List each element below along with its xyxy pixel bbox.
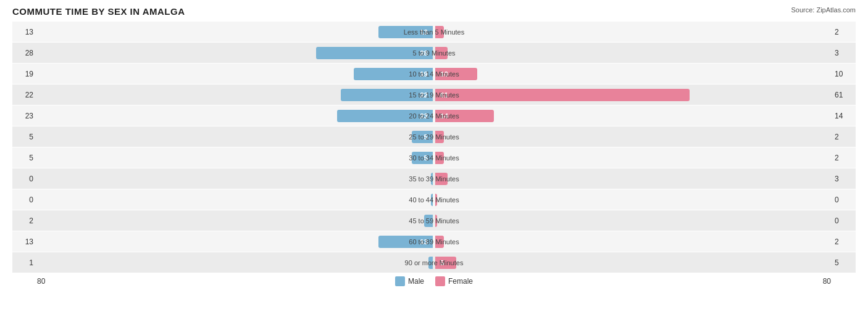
female-bar <box>435 173 448 185</box>
chart-title: COMMUTE TIME BY SEX IN AMALGA <box>12 6 185 17</box>
female-bar-val: 14 <box>437 112 448 120</box>
male-value-label: 22 <box>12 91 37 99</box>
bars-container: 5 25 to 29 Minutes <box>37 126 831 147</box>
female-bar-wrap <box>434 210 831 231</box>
axis-right-label: 80 <box>806 277 831 286</box>
female-bar <box>435 194 437 206</box>
legend-items: Male Female <box>395 276 473 286</box>
dual-bars: 45 to 59 Minutes <box>37 210 831 231</box>
female-bar: 5 <box>435 257 456 269</box>
female-bar-wrap <box>434 22 831 42</box>
male-bar-wrap: 13 <box>37 22 434 42</box>
female-value-label: 3 <box>831 175 856 183</box>
chart-area: 13 13 Less than 5 Minutes 2 28 <box>12 22 856 286</box>
female-bar <box>435 215 437 227</box>
male-bar: 19 <box>354 68 433 80</box>
female-bar <box>435 47 448 59</box>
female-bar-wrap <box>434 189 831 210</box>
female-bar-wrap <box>434 231 831 252</box>
bar-row: 0 35 to 39 Minutes 3 <box>12 168 856 189</box>
female-bar-wrap: 5 <box>434 252 831 273</box>
dual-bars: 90 or more Minutes 5 <box>37 252 831 273</box>
bars-container: 22 15 to 19 Minutes 61 <box>37 85 831 105</box>
male-bar-wrap: 22 <box>37 85 434 105</box>
dual-bars: 5 25 to 29 Minutes <box>37 126 831 147</box>
male-value-label: 0 <box>12 175 37 183</box>
male-bar-val: 13 <box>420 28 431 36</box>
male-bar-val: 19 <box>420 70 431 78</box>
male-value-label: 23 <box>12 112 37 120</box>
dual-bars: 13 Less than 5 Minutes <box>37 22 831 42</box>
male-value-label: 2 <box>12 217 37 225</box>
male-value-label: 13 <box>12 28 37 36</box>
female-bar <box>435 26 444 38</box>
male-bar-wrap: 5 <box>37 126 434 147</box>
male-bar-wrap: 5 <box>37 147 434 168</box>
male-value-label: 28 <box>12 49 37 57</box>
bar-row: 19 19 10 to 14 Minutes 10 10 <box>12 64 856 84</box>
female-bar <box>435 152 444 164</box>
male-bar <box>431 173 433 185</box>
dual-bars: 23 20 to 24 Minutes 14 <box>37 105 831 126</box>
bar-row: 1 90 or more Minutes 5 5 <box>12 252 856 273</box>
female-bar <box>435 236 444 248</box>
dual-bars: 19 10 to 14 Minutes 10 <box>37 64 831 84</box>
bar-row: 13 13 Less than 5 Minutes 2 <box>12 22 856 42</box>
female-value-label: 2 <box>831 133 856 141</box>
bar-row: 0 40 to 44 Minutes 0 <box>12 189 856 210</box>
bars-container: 5 30 to 34 Minutes <box>37 147 831 168</box>
female-value-label: 2 <box>831 154 856 162</box>
male-bar-val: 23 <box>420 112 431 120</box>
female-value-label: 61 <box>831 91 856 99</box>
bar-row: 13 13 60 to 89 Minutes 2 <box>12 231 856 252</box>
male-bar-wrap: 13 <box>37 231 434 252</box>
male-bar: 13 <box>378 26 433 38</box>
male-bar <box>431 194 433 206</box>
female-value-label: 14 <box>831 112 856 120</box>
male-value-label: 5 <box>12 154 37 162</box>
female-legend-label: Female <box>448 277 473 286</box>
male-bar-wrap <box>37 210 434 231</box>
male-swatch <box>395 276 405 286</box>
female-swatch <box>435 276 445 286</box>
bars-container: 23 20 to 24 Minutes 14 <box>37 105 831 126</box>
female-bar: 10 <box>435 68 477 80</box>
male-bar: 5 <box>412 152 433 164</box>
bar-row: 28 28 5 to 9 Minutes 3 <box>12 43 856 63</box>
bars-container: 28 5 to 9 Minutes <box>37 43 831 63</box>
male-bar-wrap <box>37 189 434 210</box>
female-bar: 14 <box>435 110 494 122</box>
male-bar <box>424 215 433 227</box>
male-bar: 23 <box>337 110 433 122</box>
female-bar-wrap <box>434 43 831 63</box>
bar-row: 23 23 20 to 24 Minutes 14 14 <box>12 105 856 126</box>
male-bar-val: 5 <box>424 154 431 162</box>
male-bar-wrap <box>37 168 434 189</box>
bars-container: 19 10 to 14 Minutes 10 <box>37 64 831 84</box>
female-bar-wrap <box>434 168 831 189</box>
bar-row: 2 45 to 59 Minutes 0 <box>12 210 856 231</box>
dual-bars: 40 to 44 Minutes <box>37 189 831 210</box>
bars-container: 45 to 59 Minutes <box>37 210 831 231</box>
female-value-label: 2 <box>831 28 856 36</box>
source-label: Source: ZipAtlas.com <box>791 6 856 14</box>
male-legend-label: Male <box>408 277 424 286</box>
female-bar-val: 10 <box>437 70 448 78</box>
male-bar <box>428 257 433 269</box>
female-value-label: 0 <box>831 217 856 225</box>
legend-female: Female <box>435 276 473 286</box>
female-bar-wrap: 61 <box>434 85 831 105</box>
male-value-label: 5 <box>12 133 37 141</box>
male-bar: 28 <box>316 47 433 59</box>
female-bar: 61 <box>435 89 690 101</box>
male-bar: 22 <box>341 89 433 101</box>
dual-bars: 22 15 to 19 Minutes 61 <box>37 85 831 105</box>
female-bar-wrap <box>434 126 831 147</box>
legend-row: 80 Male Female 80 <box>12 276 856 286</box>
female-value-label: 5 <box>831 258 856 267</box>
male-bar-val: 28 <box>420 49 431 57</box>
female-bar-val: 5 <box>437 259 444 266</box>
female-value-label: 3 <box>831 49 856 57</box>
female-value-label: 10 <box>831 70 856 78</box>
dual-bars: 5 30 to 34 Minutes <box>37 147 831 168</box>
